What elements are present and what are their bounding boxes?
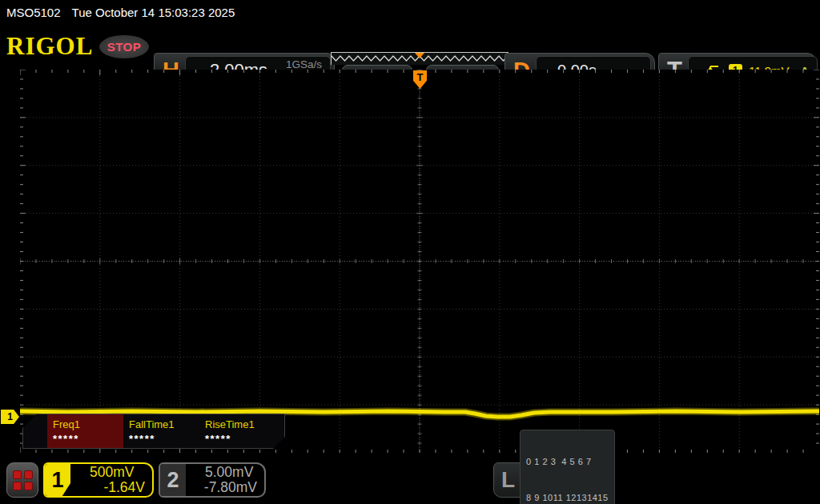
run-state-badge[interactable]: STOP [99, 35, 149, 58]
channel1-status-block[interactable]: 1 500mV -1.64V [43, 462, 154, 498]
channel1-offset: -1.64V [74, 480, 145, 495]
logic-analyzer-label: L [501, 467, 515, 493]
measurement-item-falltime[interactable]: FallTime1 ***** [123, 414, 199, 448]
measurement-name: Freq1 [53, 418, 123, 430]
measurement-results-box[interactable]: Freq1 ***** FallTime1 ***** RiseTime1 **… [22, 414, 285, 449]
channel2-offset: -7.80mV [189, 480, 257, 495]
datetime-text: Tue October 14 15:03:23 2025 [72, 6, 235, 19]
model-name: MSO5102 [6, 6, 61, 19]
top-info-bar: MSO5102 Tue October 14 15:03:23 2025 [0, 0, 820, 24]
measurement-item-freq[interactable]: Freq1 ***** [47, 414, 123, 448]
logic-analyzer-status-block[interactable]: L 0 1 2 3 4 5 6 7 8 9 1011 12131415 [493, 462, 597, 498]
waveform-display-area[interactable] [20, 70, 819, 453]
measurement-value: ***** [205, 433, 275, 445]
channel1-values: 500mV -1.64V [70, 464, 152, 496]
measurement-name: RiseTime1 [205, 418, 275, 430]
toolbar: RIGOL STOP H 2.00ms 1GSa/s 20Mpts Measur… [0, 24, 820, 70]
logic-channel-numbers: 0 1 2 3 4 5 6 7 8 9 1011 12131415 [520, 430, 615, 504]
channel2-badge: 2 [160, 464, 186, 496]
windows-menu-button[interactable] [6, 462, 38, 498]
measurement-name: FallTime1 [129, 418, 199, 430]
channel1-ground-marker[interactable]: 1 [1, 410, 19, 424]
rigol-logo: RIGOL [6, 32, 93, 61]
channel1-scale: 500mV [90, 465, 134, 480]
four-squares-icon [13, 470, 33, 490]
memory-position-triangle-icon [415, 53, 424, 58]
channel1-badge: 1 [45, 464, 70, 496]
channel2-scale: 5.00mV [205, 465, 253, 480]
measurement-value: ***** [53, 433, 123, 445]
measurement-item-risetime[interactable]: RiseTime1 ***** [199, 414, 275, 448]
bottom-status-bar: 1 500mV -1.64V 2 5.00mV -7.80mV L 0 1 2 … [0, 456, 820, 504]
channel2-values: 5.00mV -7.80mV [186, 464, 264, 496]
channel2-status-block[interactable]: 2 5.00mV -7.80mV [159, 462, 266, 498]
sample-rate: 1GSa/s [286, 58, 322, 70]
graticule-grid [20, 70, 819, 453]
measurement-value: ***** [129, 433, 199, 445]
